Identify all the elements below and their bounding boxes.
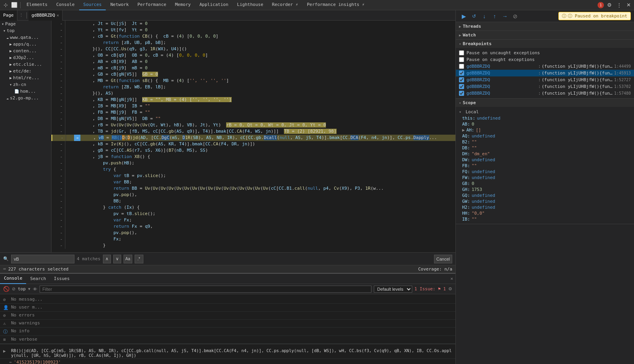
- close-console-button[interactable]: ✕: [450, 276, 453, 281]
- device-icon[interactable]: ⬜: [10, 1, 18, 9]
- scope-GW: GW: undefined: [456, 198, 634, 204]
- tab-performance-insights[interactable]: Performance insights ⚡: [303, 0, 369, 10]
- tree-item-www[interactable]: ☁ www.qata...: [0, 34, 51, 41]
- console-content[interactable]: ⊘ No messag... 👤 No user m... ⊘ No error…: [0, 294, 455, 364]
- settings-icon[interactable]: ⚙: [605, 1, 613, 9]
- console-level-select[interactable]: Default levels: [374, 286, 412, 293]
- step-over-button[interactable]: ↺: [469, 11, 479, 21]
- code-line: - , Jt = Uc[jS] Jt = 0: [51, 21, 455, 27]
- resume-button[interactable]: ▶: [459, 11, 468, 21]
- file-tab-gdbbbrzdq[interactable]: gdBBBRZDQ ✕: [29, 10, 63, 21]
- tab-lighthouse[interactable]: Lighthouse: [233, 0, 267, 10]
- page-tab[interactable]: Page: [0, 10, 17, 21]
- tree-item-zhcn[interactable]: ▾ zh-cn: [0, 81, 51, 88]
- code-container[interactable]: - , Jt = Uc[jS] Jt = 0 - , Yt = Ut[fv] Y…: [51, 21, 455, 252]
- tree-item-apps[interactable]: ▶ apps/q...: [0, 41, 51, 48]
- console-settings-button[interactable]: ⚙: [448, 286, 452, 292]
- log-arrow-icon: ▶: [3, 349, 10, 354]
- search-prev-button[interactable]: ∧: [103, 255, 111, 263]
- context-dropdown[interactable]: ▾: [28, 286, 30, 292]
- code-scroll-area[interactable]: - , Jt = Uc[jS] Jt = 0 - , Yt = Ut[fv] Y…: [51, 21, 455, 252]
- tab-recorder[interactable]: Recorder ⚡: [268, 0, 302, 10]
- clear-console-button[interactable]: 🚫: [3, 286, 10, 292]
- tab-sources[interactable]: Sources: [79, 0, 105, 10]
- tree-item-etcde[interactable]: ▶ etc/de:: [0, 68, 51, 74]
- breakpoint-item-2: gdBBBRZDQ : (function yLIjUHBjfW(){funct…: [456, 70, 634, 76]
- devtools-toolbar: ⊹ ⬜ Elements Console Sources Network Per…: [0, 0, 634, 10]
- scope-AB: AB: 0: [456, 121, 634, 127]
- tree-item-etcclie[interactable]: ▶ etc.clie...: [0, 61, 51, 68]
- pause-uncaught-label: Pause on uncaught exceptions: [466, 50, 540, 55]
- code-line: - Fx;: [51, 236, 455, 242]
- bp-1-checkbox[interactable]: [459, 64, 464, 69]
- code-line: - return [ZB, WB, EB, lB];: [51, 84, 455, 90]
- deactivate-breakpoints-button[interactable]: ⊘: [510, 11, 520, 21]
- inspect-icon[interactable]: ⊹: [2, 1, 10, 9]
- pause-caught-row: Pause on caught exceptions: [456, 56, 634, 63]
- search-count: 4 matches: [77, 256, 101, 261]
- folder-icon: ▶: [10, 42, 12, 46]
- tab-application[interactable]: Application: [196, 0, 232, 10]
- tree-item-htmlre[interactable]: ▶ html/re...: [0, 74, 51, 81]
- scope-section-header[interactable]: ▾ Scope: [456, 99, 634, 107]
- tree-item-s2gomp[interactable]: ☁ s2.go-mp...: [0, 95, 51, 101]
- console-panel: Console Search Issues ✕ 🚫 ⊘ top ▾ 👁 Defa…: [0, 273, 455, 364]
- step-out-button[interactable]: ↑: [490, 11, 499, 21]
- add-tab-button[interactable]: ⋮: [17, 13, 25, 18]
- tab-memory[interactable]: Memory: [171, 0, 195, 10]
- search-next-button[interactable]: ∨: [113, 255, 121, 263]
- code-line: - pv.pop(),: [51, 230, 455, 236]
- tree-item-conten[interactable]: ▶ conten...: [0, 48, 51, 54]
- scope-local-header[interactable]: ▾ Local: [456, 109, 634, 115]
- page-icon: ▾: [2, 22, 4, 26]
- code-line: - , mB = cB[j9] mB = 0: [51, 65, 455, 71]
- match-case-button[interactable]: Aa: [124, 255, 132, 263]
- more-icon[interactable]: ⋮: [615, 1, 623, 9]
- console-tab-console[interactable]: Console: [0, 274, 26, 284]
- console-filter-input[interactable]: [40, 286, 371, 293]
- threads-section-header[interactable]: ▶ Threads: [456, 22, 634, 30]
- pause-caught-checkbox[interactable]: [459, 57, 464, 62]
- debug-sections[interactable]: ▶ Threads ▶ Watch ▾ Breakpoints: [456, 22, 634, 364]
- scope-AH[interactable]: ▶ AH: []: [456, 127, 634, 133]
- pause-uncaught-checkbox[interactable]: [459, 50, 464, 55]
- no-info-text: No info: [11, 328, 452, 334]
- no-verbose-text: No verbose: [11, 337, 452, 342]
- close-file-tab[interactable]: ✕: [57, 13, 59, 17]
- code-line: - , DB = MB[gN[V5]] DB = "": [51, 116, 455, 122]
- bp-2-checkbox[interactable]: [459, 71, 464, 76]
- tab-network[interactable]: Network: [107, 0, 133, 10]
- console-tab-issues[interactable]: Issues: [50, 274, 74, 284]
- tree-item-top[interactable]: ▾ top: [0, 27, 51, 34]
- bp-5-fn: (function yLIjUHBjfW(){function ...: [542, 91, 613, 96]
- show-eye-button[interactable]: 👁: [33, 287, 37, 292]
- code-line: - }(), AS): [51, 90, 455, 97]
- step-into-button[interactable]: ↓: [480, 11, 489, 21]
- tab-elements[interactable]: Elements: [23, 0, 51, 10]
- tree-item-hom[interactable]: 📄 hom...: [0, 88, 51, 95]
- bp-4-checkbox[interactable]: [459, 84, 464, 89]
- tree-item-page[interactable]: ▾ Page: [0, 21, 51, 27]
- code-line: - , TB = jd(Gr, [fB, MS, cC[CC.gb(AS, q9…: [51, 128, 455, 135]
- step-button[interactable]: →: [500, 11, 510, 21]
- scope-AH-expand[interactable]: ▶: [462, 128, 465, 133]
- console-row-no-info: ⓘ No info: [0, 328, 455, 336]
- status-bar: ⌨ 227 characters selected Coverage: n/a: [0, 265, 455, 273]
- search-input[interactable]: vB: [11, 255, 74, 263]
- console-filter-icon[interactable]: ⊘: [12, 286, 15, 292]
- cancel-search-button[interactable]: Cancel: [434, 255, 452, 263]
- tree-item-djop2[interactable]: ▶ dJOp2...: [0, 54, 51, 61]
- code-line: - try {: [51, 166, 455, 173]
- close-icon[interactable]: ✕: [624, 1, 632, 9]
- breakpoints-section-header[interactable]: ▾ Breakpoints: [456, 40, 634, 48]
- tab-performance[interactable]: Performance: [133, 0, 170, 10]
- code-line: - return [zB, UB, pB, bB];: [51, 40, 455, 46]
- regex-button[interactable]: .*: [135, 255, 143, 263]
- console-tab-search[interactable]: Search: [26, 274, 50, 284]
- bp-5-checkbox[interactable]: [459, 91, 464, 96]
- tab-console[interactable]: Console: [52, 0, 78, 10]
- bp-3-checkbox[interactable]: [459, 77, 464, 82]
- watch-section-header[interactable]: ▶ Watch: [456, 31, 634, 39]
- bp-4-line: 1:53702: [614, 84, 631, 89]
- console-log-rb[interactable]: ▶ RB()(jd(AD, [CC.gC(mS, 1R(SB), AS, NB,…: [0, 347, 455, 359]
